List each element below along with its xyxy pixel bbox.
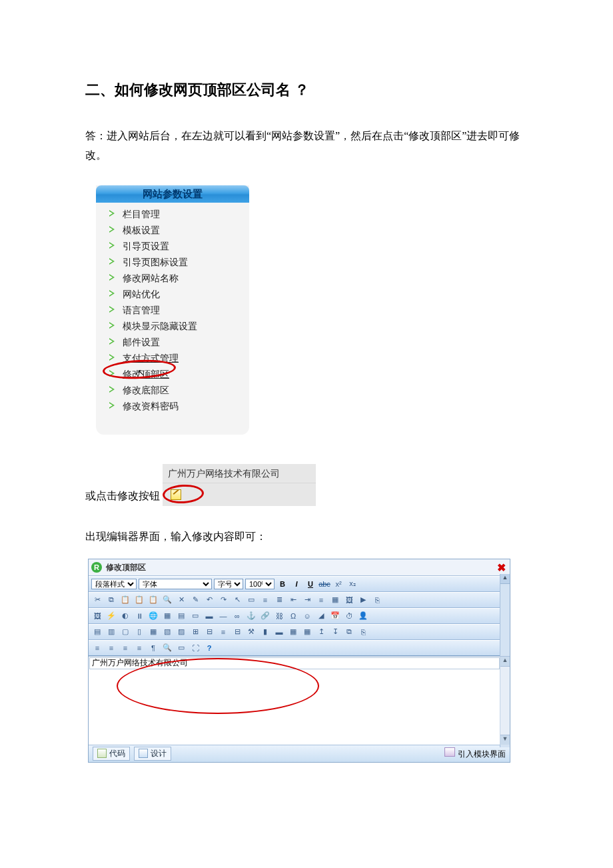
scroll-up-icon[interactable]: ▲ — [500, 574, 510, 584]
omega-icon[interactable]: Ω — [287, 610, 299, 622]
undo-icon[interactable]: ↶ — [203, 594, 215, 606]
design-tab[interactable]: 设计 — [134, 747, 171, 761]
bg-icon[interactable]: ▨ — [175, 626, 187, 638]
sidebar-item[interactable]: 模板设置 — [108, 223, 249, 239]
indent-icon[interactable]: ⇥ — [301, 594, 313, 606]
list-ol-icon[interactable]: ≡ — [259, 594, 271, 606]
table-icon[interactable]: ▦ — [329, 594, 341, 606]
superscript-button[interactable]: x² — [332, 578, 344, 590]
help-icon[interactable]: ? — [203, 642, 215, 654]
copy-icon[interactable]: ⧉ — [105, 594, 117, 606]
triangle-icon[interactable]: ◢ — [315, 610, 327, 622]
paste-icon[interactable]: ⎘ — [357, 626, 369, 638]
tbl-icon[interactable]: ▦ — [301, 626, 313, 638]
delete-icon[interactable]: ✕ — [175, 594, 187, 606]
ins-icon[interactable]: ⊞ — [189, 626, 201, 638]
close-icon[interactable]: ✖ — [497, 561, 506, 574]
underline-button[interactable]: U — [305, 578, 316, 590]
unlink-icon[interactable]: ⛓ — [273, 610, 285, 622]
redo-icon[interactable]: ↷ — [217, 594, 229, 606]
subscript-button[interactable]: x₂ — [346, 578, 358, 590]
flash-icon[interactable]: ⚡ — [105, 610, 117, 622]
user-icon[interactable]: 👤 — [357, 610, 369, 622]
rule-icon[interactable]: ≡ — [315, 594, 327, 606]
inner-scrollbar[interactable]: ▲ ▼ — [500, 657, 510, 745]
code-tab[interactable]: 代码 — [93, 747, 130, 761]
find-icon[interactable]: 🔍 — [161, 594, 173, 606]
scroll-up-icon[interactable]: ▲ — [500, 657, 510, 667]
italic-button[interactable]: I — [291, 578, 303, 590]
image-icon[interactable]: 🖼 — [343, 594, 355, 606]
cut-icon[interactable]: ✂ — [91, 594, 103, 606]
pause-icon[interactable]: ⏸ — [133, 610, 145, 622]
align-right-icon[interactable]: ≡ — [119, 642, 131, 654]
sidebar-item[interactable]: 模块显示隐藏设置 — [108, 319, 249, 335]
paste-icon[interactable]: 📋 — [119, 594, 131, 606]
link-icon[interactable]: 🔗 — [259, 610, 271, 622]
paste-icon[interactable]: 📋 — [147, 594, 159, 606]
time-icon[interactable]: ⏱ — [343, 610, 355, 622]
sidebar-item[interactable]: 修改网站名称 — [108, 271, 249, 287]
globe-icon[interactable]: 🌐 — [147, 610, 159, 622]
del-col-icon[interactable]: ▮ — [259, 626, 271, 638]
col-icon[interactable]: ▯ — [133, 626, 145, 638]
edit-icon[interactable] — [171, 489, 181, 500]
brush-icon[interactable]: ✎ — [189, 594, 201, 606]
merge-icon[interactable]: ▦ — [147, 626, 159, 638]
paste-icon[interactable]: 📋 — [133, 594, 145, 606]
smile-icon[interactable]: ☺ — [301, 610, 313, 622]
layer-dn-icon[interactable]: ↧ — [329, 626, 341, 638]
del-row-icon[interactable]: ▬ — [273, 626, 285, 638]
paragraph-select[interactable]: 段落样式 — [91, 579, 137, 589]
align-icon[interactable]: ⊟ — [231, 626, 243, 638]
fullscreen-icon[interactable]: ⛶ — [189, 642, 201, 654]
size-select[interactable]: 字号 — [214, 579, 243, 589]
sidebar-item-highlight[interactable]: 修改顶部区 — [108, 367, 249, 383]
outdent-icon[interactable]: ⇤ — [287, 594, 299, 606]
list-ul-icon[interactable]: ≣ — [273, 594, 285, 606]
font-select[interactable]: 字体 — [139, 579, 212, 589]
sidebar-item[interactable]: 支付方式管理 — [108, 351, 249, 367]
select-icon[interactable]: ▭ — [245, 594, 257, 606]
img-icon[interactable]: 🖼 — [91, 610, 103, 622]
char-icon[interactable]: ∞ — [231, 610, 243, 622]
import-module-button[interactable]: 引入模块界面 — [444, 747, 506, 760]
date-icon[interactable]: 📅 — [329, 610, 341, 622]
sidebar-item[interactable]: 栏目管理 — [108, 207, 249, 223]
anchor-icon[interactable]: ⚓ — [245, 610, 257, 622]
split-icon[interactable]: ▧ — [161, 626, 173, 638]
cell-icon[interactable]: ▢ — [119, 626, 131, 638]
del-icon[interactable]: ⊟ — [203, 626, 215, 638]
prop-icon[interactable]: ⚒ — [245, 626, 257, 638]
zoom-select[interactable]: 100% — [245, 579, 275, 589]
dir-icon[interactable]: ¶ — [147, 642, 159, 654]
sidebar-item[interactable]: 邮件设置 — [108, 335, 249, 351]
form-icon[interactable]: ▭ — [189, 610, 201, 622]
bold-button[interactable]: B — [277, 578, 289, 590]
sidebar-item[interactable]: 修改资料密码 — [108, 399, 249, 415]
sidebar-item[interactable]: 引导页设置 — [108, 239, 249, 255]
template-icon[interactable]: ▭ — [175, 642, 187, 654]
preview-icon[interactable]: 🔍 — [161, 642, 173, 654]
align-center-icon[interactable]: ≡ — [105, 642, 117, 654]
sidebar-item[interactable]: 语言管理 — [108, 303, 249, 319]
copy-icon[interactable]: ⧉ — [343, 626, 355, 638]
scroll-down-icon[interactable]: ▼ — [500, 735, 510, 745]
tbl-icon[interactable]: ▦ — [287, 626, 299, 638]
strike-button[interactable]: abc — [318, 578, 330, 590]
editor-content-input[interactable]: 广州万户网络技术有限公司 — [89, 657, 500, 669]
align-left-icon[interactable]: ≡ — [91, 642, 103, 654]
align-justify-icon[interactable]: ≡ — [133, 642, 145, 654]
row-icon[interactable]: ▥ — [105, 626, 117, 638]
table-icon[interactable]: ▦ — [161, 610, 173, 622]
attach-icon[interactable]: ⎘ — [371, 594, 383, 606]
layer-up-icon[interactable]: ↥ — [315, 626, 327, 638]
row-icon[interactable]: ▤ — [91, 626, 103, 638]
sidebar-item[interactable]: 修改底部区 — [108, 383, 249, 399]
hr-icon[interactable]: — — [217, 610, 229, 622]
sidebar-item[interactable]: 引导页图标设置 — [108, 255, 249, 271]
field-icon[interactable]: ▬ — [203, 610, 215, 622]
sidebar-item[interactable]: 网站优化 — [108, 287, 249, 303]
pointer-icon[interactable]: ↖ — [231, 594, 243, 606]
media-icon[interactable]: ◐ — [119, 610, 131, 622]
